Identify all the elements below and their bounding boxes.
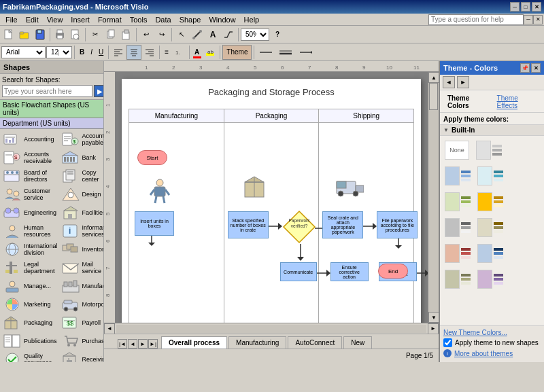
menu-file[interactable]: File <box>1 15 22 24</box>
bold-btn[interactable]: B <box>77 45 87 60</box>
tab-overall[interactable]: Overall process <box>161 336 227 349</box>
seal-crate-shape[interactable]: Seal crate and attach appropriate paperw… <box>322 211 363 238</box>
list-item[interactable]: Engineering <box>1 204 59 221</box>
list-item[interactable]: Manufact... <box>60 277 103 295</box>
hscroll-right-btn[interactable]: ► <box>428 323 439 334</box>
maximize-button[interactable]: □ <box>521 2 530 12</box>
vscroll-track[interactable] <box>428 83 439 312</box>
theme-back-btn[interactable]: ◄ <box>443 76 455 88</box>
new-theme-colors-link[interactable]: New Theme Colors... <box>443 329 541 336</box>
list-item[interactable]: Design <box>60 185 103 203</box>
diagram-canvas[interactable]: Packaging and Storage Process Manufactur… <box>122 79 421 323</box>
list-item[interactable]: Purchasing <box>60 332 103 350</box>
list-item[interactable]: Packaging <box>1 314 59 332</box>
connector-btn[interactable] <box>221 27 236 42</box>
copy-btn[interactable] <box>103 27 118 42</box>
underline-btn[interactable]: U <box>96 45 106 60</box>
swatch-gold[interactable] <box>475 190 505 213</box>
fontsize-select[interactable]: 12pt. <box>46 46 72 58</box>
font-select[interactable]: Arial <box>1 46 46 58</box>
italic-btn[interactable]: I <box>88 45 95 60</box>
list-item[interactable]: $$ Payroll <box>60 314 103 332</box>
list-item[interactable]: Legal department <box>1 259 59 277</box>
menu-window[interactable]: Window <box>205 15 239 24</box>
stack-boxes-shape[interactable]: Stack specified number of boxes in crate <box>228 211 269 238</box>
swatch-none[interactable]: None <box>443 139 471 162</box>
menu-insert[interactable]: Insert <box>67 15 94 24</box>
swatch-red[interactable] <box>443 242 473 265</box>
swatch-grey[interactable] <box>474 139 504 162</box>
hscrollbar[interactable]: ◄ ► <box>104 323 439 334</box>
swatch-teal[interactable] <box>475 164 505 188</box>
list-item[interactable]: $ Accounts payable <box>60 130 103 148</box>
list-item[interactable]: Board of directors <box>1 167 59 185</box>
list-item[interactable]: Publications <box>1 332 59 350</box>
paste-btn[interactable] <box>119 27 134 42</box>
line-style-btn[interactable] <box>256 45 275 60</box>
help-btn[interactable]: ? <box>270 27 285 42</box>
start-shape[interactable]: Start <box>137 150 167 165</box>
undo-btn[interactable]: ↩ <box>139 27 154 42</box>
menu-tools[interactable]: Tools <box>126 15 152 24</box>
theme-btn[interactable]: Theme <box>222 45 252 60</box>
vscroll-down-btn[interactable]: ▼ <box>428 312 439 323</box>
list-item[interactable]: International division <box>1 240 59 258</box>
list-item[interactable]: Mail service <box>60 259 103 277</box>
canvas-scroll[interactable]: Packaging and Storage Process Manufactur… <box>115 72 428 323</box>
theme-nav-colors[interactable]: Theme Colors <box>443 93 493 111</box>
redo-btn[interactable]: ↪ <box>154 27 169 42</box>
minimize-button[interactable]: ─ <box>510 2 520 12</box>
file-paperwork-shape[interactable]: File paperwork according to file procedu… <box>377 211 418 238</box>
decision-shape[interactable]: Paperwork verified? <box>282 210 316 244</box>
list-item[interactable]: Customer service <box>1 185 59 203</box>
swatch-tan[interactable] <box>475 216 505 239</box>
vscroll-up-btn[interactable]: ▲ <box>428 72 439 83</box>
pointer-btn[interactable]: ↖ <box>174 27 189 42</box>
insert-units-shape[interactable]: Insert units in boxes <box>135 211 174 236</box>
tab-manufacturing[interactable]: Manufacturing <box>228 336 286 349</box>
more-about-link[interactable]: i More about themes <box>443 349 541 357</box>
open-btn[interactable] <box>17 27 32 42</box>
tab-nav-last[interactable]: ►| <box>148 339 158 349</box>
close-button[interactable]: ✕ <box>532 2 541 12</box>
help-minimize[interactable]: ─ <box>524 15 533 24</box>
line-weight-btn[interactable] <box>276 45 295 60</box>
swatch-navy[interactable] <box>475 242 505 265</box>
list-item[interactable]: Accounting <box>1 130 59 148</box>
list-item[interactable]: Facilities <box>60 204 103 221</box>
list-item[interactable]: Human resources <box>1 222 59 240</box>
menu-data[interactable]: Data <box>151 15 175 24</box>
theme-close-btn[interactable]: ✕ <box>531 63 541 73</box>
theme-pin-btn[interactable]: 📌 <box>520 63 530 73</box>
zoom-select[interactable]: 50%75%100% <box>241 29 269 41</box>
communicate-shape[interactable]: Communicate <box>280 262 317 281</box>
list-item[interactable]: $ Accounts receivable <box>1 149 59 166</box>
bullet-btn[interactable]: ≡ <box>162 45 171 60</box>
tab-nav-prev[interactable]: ◄ <box>128 339 137 349</box>
list-item[interactable]: Copy center <box>60 167 103 185</box>
number-btn[interactable]: 1. <box>172 45 187 60</box>
vscrollbar[interactable]: ▲ ▼ <box>428 72 439 323</box>
list-item[interactable]: Quality assurance <box>1 351 59 362</box>
swatch-blue[interactable] <box>443 164 473 188</box>
help-close[interactable]: ✕ <box>533 15 543 24</box>
theme-forward-btn[interactable]: ► <box>457 76 469 88</box>
apply-new-shapes-checkbox[interactable] <box>443 338 452 347</box>
preview-btn[interactable] <box>68 27 83 42</box>
align-right-btn[interactable] <box>142 45 157 60</box>
tab-autoconnect[interactable]: AutoConnect <box>288 336 342 349</box>
swatch-slate[interactable] <box>443 216 473 239</box>
swatch-purple[interactable] <box>475 268 505 291</box>
list-item[interactable]: Inventory <box>60 240 103 258</box>
hscroll-left-btn[interactable]: ◄ <box>104 323 115 334</box>
tab-new[interactable]: New <box>343 336 372 349</box>
menu-edit[interactable]: Edit <box>22 15 43 24</box>
menu-format[interactable]: Format <box>94 15 126 24</box>
highlight-btn[interactable]: ab <box>203 45 218 60</box>
hscroll-track[interactable] <box>116 325 426 333</box>
help-search[interactable] <box>428 14 524 25</box>
list-item[interactable]: Receiving <box>60 351 103 362</box>
new-btn[interactable] <box>1 27 16 42</box>
section-dept[interactable]: Department (US units) <box>0 118 103 129</box>
list-item[interactable]: Bank <box>60 149 103 166</box>
